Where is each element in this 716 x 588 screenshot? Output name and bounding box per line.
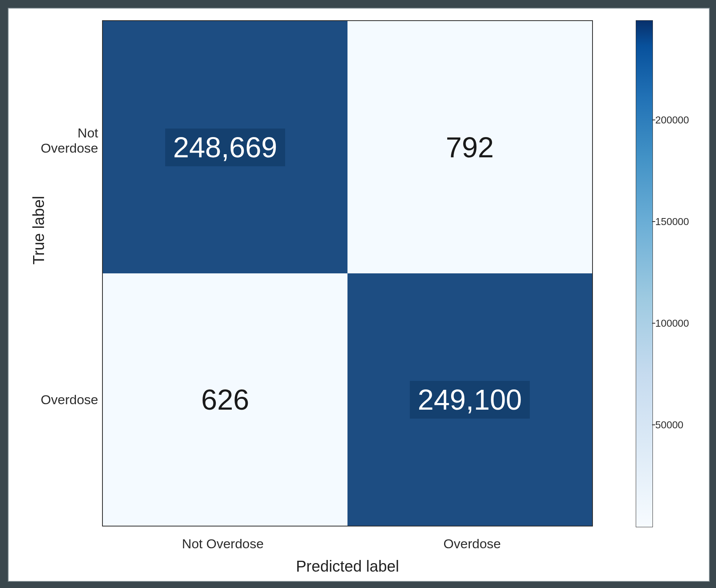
cell-tp: 249,100 (347, 273, 592, 526)
x-tick-label: Overdose (414, 536, 531, 551)
colorbar-tick-label: 50000 (655, 419, 683, 431)
cell-value: 626 (201, 383, 249, 416)
x-axis-label: Predicted label (102, 558, 593, 575)
colorbar (636, 20, 653, 527)
chart-panel: 248,669 792 626 249,100 Not Overdose Not… (8, 8, 710, 582)
cell-value: 248,669 (165, 129, 285, 166)
colorbar-tickmark (652, 221, 655, 222)
cell-value: 792 (446, 131, 494, 164)
x-tick-label: Not Overdose (164, 536, 281, 551)
y-tick-label: Overdose (16, 392, 98, 407)
colorbar-tickmark (652, 323, 655, 324)
cell-tn: 248,669 (103, 21, 347, 273)
cell-fp: 792 (347, 21, 592, 273)
cell-value: 249,100 (410, 381, 530, 419)
confusion-matrix: 248,669 792 626 249,100 (102, 20, 593, 526)
matrix-row: 248,669 792 (103, 21, 592, 273)
colorbar-tickmark (652, 424, 655, 425)
colorbar-tick-label: 150000 (655, 216, 689, 228)
matrix-row: 626 249,100 (103, 273, 592, 526)
cell-fn: 626 (103, 273, 347, 526)
app-frame: 248,669 792 626 249,100 Not Overdose Not… (0, 0, 716, 588)
y-axis-label: True label (30, 196, 48, 264)
colorbar-tickmark (652, 120, 655, 120)
y-tick-label: Not Overdose NotOverdose (16, 125, 98, 156)
colorbar-tick-label: 200000 (655, 114, 689, 126)
colorbar-tick-label: 100000 (655, 317, 689, 329)
